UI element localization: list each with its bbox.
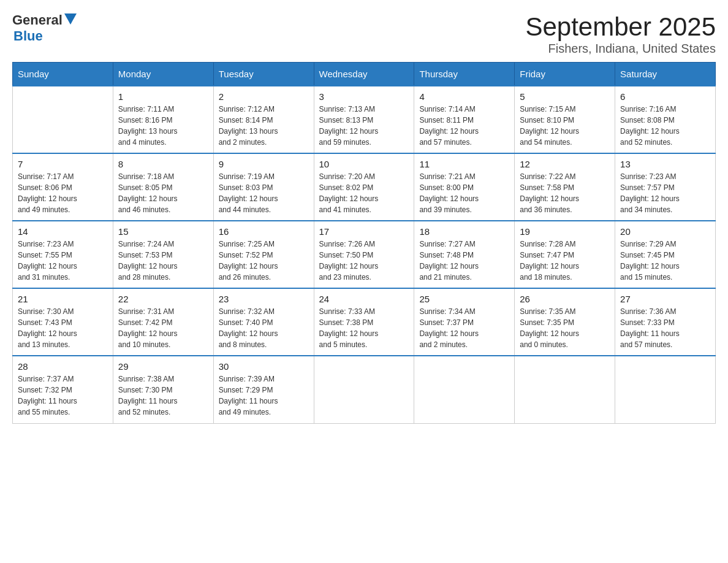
calendar-cell: 12Sunrise: 7:22 AM Sunset: 7:58 PM Dayli… — [515, 153, 615, 221]
calendar-week-row: 28Sunrise: 7:37 AM Sunset: 7:32 PM Dayli… — [13, 356, 716, 423]
day-info: Sunrise: 7:30 AM Sunset: 7:43 PM Dayligh… — [18, 306, 108, 350]
calendar-cell: 13Sunrise: 7:23 AM Sunset: 7:57 PM Dayli… — [615, 153, 716, 221]
day-info: Sunrise: 7:26 AM Sunset: 7:50 PM Dayligh… — [319, 239, 409, 283]
logo-general-text: General — [12, 12, 63, 28]
day-number: 20 — [620, 226, 710, 237]
logo-blue-text: Blue — [13, 28, 43, 44]
calendar-week-row: 21Sunrise: 7:30 AM Sunset: 7:43 PM Dayli… — [13, 288, 716, 356]
calendar-cell — [414, 356, 515, 423]
calendar-cell: 10Sunrise: 7:20 AM Sunset: 8:02 PM Dayli… — [314, 153, 414, 221]
day-number: 16 — [219, 226, 309, 237]
day-info: Sunrise: 7:37 AM Sunset: 7:32 PM Dayligh… — [18, 373, 108, 418]
day-number: 2 — [219, 91, 309, 102]
day-info: Sunrise: 7:17 AM Sunset: 8:06 PM Dayligh… — [18, 171, 108, 215]
calendar-cell: 3Sunrise: 7:13 AM Sunset: 8:13 PM Daylig… — [314, 86, 414, 153]
calendar-cell: 9Sunrise: 7:19 AM Sunset: 8:03 PM Daylig… — [213, 153, 314, 221]
calendar-cell: 6Sunrise: 7:16 AM Sunset: 8:08 PM Daylig… — [615, 86, 716, 153]
weekday-header-thursday: Thursday — [414, 63, 515, 86]
day-number: 29 — [118, 361, 208, 372]
day-info: Sunrise: 7:23 AM Sunset: 7:55 PM Dayligh… — [18, 239, 108, 283]
day-number: 1 — [118, 91, 208, 102]
calendar-title: September 2025 — [525, 12, 716, 42]
day-info: Sunrise: 7:32 AM Sunset: 7:40 PM Dayligh… — [219, 306, 309, 350]
day-info: Sunrise: 7:34 AM Sunset: 7:37 PM Dayligh… — [419, 306, 509, 350]
day-info: Sunrise: 7:21 AM Sunset: 8:00 PM Dayligh… — [419, 171, 509, 215]
calendar-cell: 28Sunrise: 7:37 AM Sunset: 7:32 PM Dayli… — [13, 356, 113, 423]
calendar-week-row: 14Sunrise: 7:23 AM Sunset: 7:55 PM Dayli… — [13, 221, 716, 288]
day-number: 15 — [118, 226, 208, 237]
day-number: 19 — [520, 226, 610, 237]
day-number: 6 — [620, 91, 710, 102]
day-number: 10 — [319, 159, 409, 169]
calendar-cell: 21Sunrise: 7:30 AM Sunset: 7:43 PM Dayli… — [13, 288, 113, 356]
day-number: 23 — [219, 294, 309, 304]
day-info: Sunrise: 7:29 AM Sunset: 7:45 PM Dayligh… — [620, 239, 710, 283]
day-info: Sunrise: 7:27 AM Sunset: 7:48 PM Dayligh… — [419, 239, 509, 283]
calendar-cell: 7Sunrise: 7:17 AM Sunset: 8:06 PM Daylig… — [13, 153, 113, 221]
day-info: Sunrise: 7:14 AM Sunset: 8:11 PM Dayligh… — [419, 104, 509, 148]
day-info: Sunrise: 7:11 AM Sunset: 8:16 PM Dayligh… — [118, 104, 208, 148]
calendar-cell: 30Sunrise: 7:39 AM Sunset: 7:29 PM Dayli… — [213, 356, 314, 423]
day-info: Sunrise: 7:19 AM Sunset: 8:03 PM Dayligh… — [219, 171, 309, 215]
page-header: General Blue September 2025 Fishers, Ind… — [12, 12, 716, 56]
calendar-subtitle: Fishers, Indiana, United States — [525, 42, 716, 56]
calendar-cell — [314, 356, 414, 423]
day-number: 8 — [118, 159, 208, 169]
calendar-cell: 17Sunrise: 7:26 AM Sunset: 7:50 PM Dayli… — [314, 221, 414, 288]
logo: General Blue — [12, 12, 77, 44]
day-number: 11 — [419, 159, 509, 169]
calendar-cell: 24Sunrise: 7:33 AM Sunset: 7:38 PM Dayli… — [314, 288, 414, 356]
day-number: 25 — [419, 294, 509, 304]
day-info: Sunrise: 7:12 AM Sunset: 8:14 PM Dayligh… — [219, 104, 309, 148]
day-number: 5 — [520, 91, 610, 102]
day-info: Sunrise: 7:38 AM Sunset: 7:30 PM Dayligh… — [118, 373, 208, 418]
calendar-cell: 14Sunrise: 7:23 AM Sunset: 7:55 PM Dayli… — [13, 221, 113, 288]
calendar-cell — [615, 356, 716, 423]
day-number: 21 — [18, 294, 108, 304]
calendar-cell: 27Sunrise: 7:36 AM Sunset: 7:33 PM Dayli… — [615, 288, 716, 356]
day-info: Sunrise: 7:24 AM Sunset: 7:53 PM Dayligh… — [118, 239, 208, 283]
day-number: 14 — [18, 226, 108, 237]
day-info: Sunrise: 7:31 AM Sunset: 7:42 PM Dayligh… — [118, 306, 208, 350]
day-info: Sunrise: 7:18 AM Sunset: 8:05 PM Dayligh… — [118, 171, 208, 215]
day-info: Sunrise: 7:13 AM Sunset: 8:13 PM Dayligh… — [319, 104, 409, 148]
day-number: 9 — [219, 159, 309, 169]
calendar-cell: 4Sunrise: 7:14 AM Sunset: 8:11 PM Daylig… — [414, 86, 515, 153]
day-info: Sunrise: 7:28 AM Sunset: 7:47 PM Dayligh… — [520, 239, 610, 283]
day-number: 13 — [620, 159, 710, 169]
day-info: Sunrise: 7:23 AM Sunset: 7:57 PM Dayligh… — [620, 171, 710, 215]
calendar-cell: 5Sunrise: 7:15 AM Sunset: 8:10 PM Daylig… — [515, 86, 615, 153]
calendar-cell: 2Sunrise: 7:12 AM Sunset: 8:14 PM Daylig… — [213, 86, 314, 153]
weekday-header-saturday: Saturday — [615, 63, 716, 86]
calendar-cell: 8Sunrise: 7:18 AM Sunset: 8:05 PM Daylig… — [113, 153, 213, 221]
calendar-cell: 18Sunrise: 7:27 AM Sunset: 7:48 PM Dayli… — [414, 221, 515, 288]
day-number: 27 — [620, 294, 710, 304]
day-number: 28 — [18, 361, 108, 372]
weekday-header-tuesday: Tuesday — [213, 63, 314, 86]
calendar-header-row: SundayMondayTuesdayWednesdayThursdayFrid… — [13, 63, 716, 86]
calendar-table: SundayMondayTuesdayWednesdayThursdayFrid… — [12, 62, 716, 424]
day-number: 3 — [319, 91, 409, 102]
calendar-week-row: 7Sunrise: 7:17 AM Sunset: 8:06 PM Daylig… — [13, 153, 716, 221]
day-number: 26 — [520, 294, 610, 304]
calendar-cell: 22Sunrise: 7:31 AM Sunset: 7:42 PM Dayli… — [113, 288, 213, 356]
weekday-header-monday: Monday — [113, 63, 213, 86]
day-number: 18 — [419, 226, 509, 237]
weekday-header-wednesday: Wednesday — [314, 63, 414, 86]
calendar-cell: 1Sunrise: 7:11 AM Sunset: 8:16 PM Daylig… — [113, 86, 213, 153]
calendar-cell: 16Sunrise: 7:25 AM Sunset: 7:52 PM Dayli… — [213, 221, 314, 288]
day-number: 12 — [520, 159, 610, 169]
day-info: Sunrise: 7:16 AM Sunset: 8:08 PM Dayligh… — [620, 104, 710, 148]
svg-marker-0 — [64, 13, 77, 25]
calendar-cell: 23Sunrise: 7:32 AM Sunset: 7:40 PM Dayli… — [213, 288, 314, 356]
calendar-cell: 20Sunrise: 7:29 AM Sunset: 7:45 PM Dayli… — [615, 221, 716, 288]
day-info: Sunrise: 7:36 AM Sunset: 7:33 PM Dayligh… — [620, 306, 710, 350]
calendar-cell: 25Sunrise: 7:34 AM Sunset: 7:37 PM Dayli… — [414, 288, 515, 356]
day-info: Sunrise: 7:33 AM Sunset: 7:38 PM Dayligh… — [319, 306, 409, 350]
day-number: 30 — [219, 361, 309, 372]
logo-triangle-icon — [64, 13, 77, 27]
day-number: 4 — [419, 91, 509, 102]
day-info: Sunrise: 7:25 AM Sunset: 7:52 PM Dayligh… — [219, 239, 309, 283]
calendar-cell — [515, 356, 615, 423]
day-number: 22 — [118, 294, 208, 304]
